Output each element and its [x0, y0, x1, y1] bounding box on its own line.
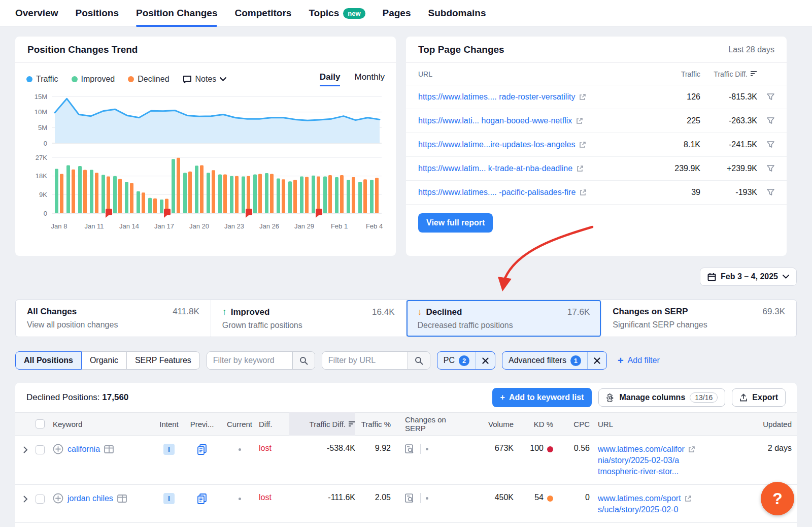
tab-position-changes[interactable]: Position Changes	[136, 0, 217, 27]
trend-panel-title: Position Changes Trend	[27, 44, 138, 55]
kd-difficulty-dot	[547, 446, 553, 452]
intent-badge[interactable]: I	[163, 444, 175, 455]
segment-serp-features[interactable]: SERP Features	[126, 351, 200, 370]
col-current[interactable]: Current	[220, 420, 259, 429]
row-checkbox[interactable]	[36, 445, 45, 454]
position-changes-trend-panel: Position Changes Trend Traffic Improved …	[15, 37, 396, 256]
top-page-row: https://www.latim... k-trade-at-nba-dead…	[406, 157, 787, 181]
col-header-traffic-diff[interactable]: Traffic Diff.	[700, 70, 757, 78]
legend-declined[interactable]: Declined	[128, 75, 169, 84]
col-url[interactable]: URL	[590, 420, 697, 429]
help-question-mark: ?	[772, 489, 783, 508]
date-range-picker[interactable]: Feb 3 – 4, 2025	[700, 268, 797, 286]
keyword-link[interactable]: california	[67, 445, 100, 454]
tab-positions[interactable]: Positions	[76, 0, 119, 27]
expand-chevron-icon[interactable]	[23, 496, 28, 503]
external-link-icon	[579, 93, 586, 101]
svg-text:Jan 29: Jan 29	[294, 222, 314, 230]
result-url[interactable]: www.latimes.com/califor nia/story/2025-0…	[590, 444, 697, 477]
svg-text:Feb 4: Feb 4	[366, 222, 383, 230]
tab-overview[interactable]: Overview	[15, 0, 58, 27]
keyword-search-button[interactable]	[292, 352, 315, 369]
top-pages-period: Last 28 days	[728, 45, 774, 54]
improved-declined-bar-chart: 27K18K9K0Jan 8Jan 11Jan 14Jan 17Jan 20Ja…	[26, 153, 385, 235]
add-keyword-plus-icon[interactable]	[53, 444, 63, 454]
notes-dropdown[interactable]: Notes	[183, 75, 227, 84]
col-changes-on-serp[interactable]: Changes on SERP	[391, 415, 467, 433]
tab-topics[interactable]: Topics new	[309, 0, 365, 27]
previous-positions-icon[interactable]	[196, 444, 208, 456]
expand-chevron-icon[interactable]	[23, 446, 28, 453]
legend-improved[interactable]: Improved	[72, 75, 115, 84]
intent-badge[interactable]: I	[163, 493, 175, 504]
tab-competitors[interactable]: Competitors	[234, 0, 291, 27]
filter-funnel-icon[interactable]	[767, 189, 774, 196]
tab-pages[interactable]: Pages	[383, 0, 411, 27]
col-diff[interactable]: Diff.	[259, 420, 289, 429]
page-url-link[interactable]: https://www.lati... hogan-booed-wwe-netf…	[418, 116, 655, 125]
col-keyword[interactable]: Keyword	[53, 420, 154, 429]
svg-text:Jan 26: Jan 26	[259, 222, 279, 230]
advanced-filters-remove-button[interactable]	[587, 352, 606, 369]
col-previous[interactable]: Previ...	[184, 420, 220, 429]
segment-organic[interactable]: Organic	[81, 351, 127, 370]
select-all-checkbox[interactable]	[36, 419, 45, 429]
col-traffic-diff[interactable]: Traffic Diff.	[289, 412, 355, 436]
page-url-link[interactable]: https://www.latime...ire-updates-los-ang…	[418, 140, 655, 149]
tab-daily[interactable]: Daily	[320, 72, 341, 86]
col-traffic-pct[interactable]: Traffic %	[355, 420, 391, 429]
keyword-filter-input[interactable]	[207, 352, 292, 369]
col-cpc[interactable]: CPC	[553, 420, 590, 429]
plus-icon: +	[618, 355, 624, 367]
card-changes-on-serp[interactable]: Changes on SERP 69.3K Significant SERP c…	[601, 300, 796, 337]
row-checkbox[interactable]	[36, 495, 45, 504]
add-filter-button[interactable]: + Add filter	[618, 355, 660, 367]
legend-traffic[interactable]: Traffic	[26, 75, 58, 84]
filter-funnel-icon[interactable]	[767, 117, 774, 124]
col-kd[interactable]: KD %	[514, 420, 553, 429]
pc-chip-remove-button[interactable]	[476, 352, 495, 369]
svg-text:10M: 10M	[35, 108, 47, 116]
previous-positions-icon[interactable]	[196, 493, 208, 505]
filter-funnel-icon[interactable]	[767, 93, 774, 101]
svg-text:Feb 1: Feb 1	[331, 222, 348, 230]
page-url-link[interactable]: https://www.latimes.... -pacific-palisad…	[418, 188, 655, 197]
diff-status: lost	[259, 493, 272, 502]
col-volume[interactable]: Volume	[467, 420, 514, 429]
add-keyword-plus-icon[interactable]	[53, 493, 63, 504]
advanced-filters-label-area[interactable]: Advanced filters 1	[502, 355, 587, 366]
chip-label: PC	[444, 356, 455, 365]
serp-change-dot	[426, 497, 428, 500]
keyword-link[interactable]: jordan chiles	[67, 494, 113, 503]
report-tabs-nav: Overview Positions Position Changes Comp…	[0, 0, 812, 27]
serp-snapshot-icon[interactable]	[104, 445, 114, 453]
col-intent[interactable]: Intent	[154, 420, 184, 429]
url-filter-input[interactable]	[322, 352, 408, 369]
serp-changes-icon[interactable]	[405, 493, 415, 503]
result-url[interactable]: www.latimes.com/sport s/ucla/story/2025-…	[590, 493, 697, 515]
page-url-link[interactable]: https://www.latimes.... rade-roster-vers…	[418, 92, 655, 102]
page-traffic-diff: -815.3K	[700, 92, 757, 102]
pc-chip-label-area[interactable]: PC 2	[437, 355, 476, 366]
tab-monthly[interactable]: Monthly	[354, 72, 385, 86]
segment-all-positions[interactable]: All Positions	[15, 351, 82, 370]
page-url-link[interactable]: https://www.latim... k-trade-at-nba-dead…	[418, 164, 655, 173]
table-header-row: Keyword Intent Previ... Current Diff. Tr…	[15, 412, 797, 436]
url-search-button[interactable]	[408, 352, 430, 369]
tab-position-changes-label: Position Changes	[136, 8, 217, 19]
tab-subdomains[interactable]: Subdomains	[428, 0, 486, 27]
card-all-changes[interactable]: All Changes 411.8K View all position cha…	[16, 300, 211, 337]
serp-changes-icon[interactable]	[405, 444, 415, 453]
diff-status: lost	[259, 444, 272, 452]
card-improved[interactable]: ↑ Improved 16.4K Grown traffic positions	[211, 300, 407, 337]
help-button[interactable]: ?	[761, 482, 794, 515]
col-updated[interactable]: Updated	[697, 420, 797, 429]
export-button[interactable]: Export	[732, 388, 786, 407]
card-declined[interactable]: ↓ Declined 17.6K Decreased traffic posit…	[407, 300, 602, 337]
add-to-keyword-list-button[interactable]: + Add to keyword list	[492, 388, 592, 407]
view-full-report-button[interactable]: View full report	[418, 213, 493, 233]
manage-columns-button[interactable]: Manage columns 13/16	[598, 388, 725, 407]
serp-snapshot-icon[interactable]	[117, 495, 127, 503]
filter-funnel-icon[interactable]	[767, 141, 774, 148]
filter-funnel-icon[interactable]	[767, 165, 774, 172]
